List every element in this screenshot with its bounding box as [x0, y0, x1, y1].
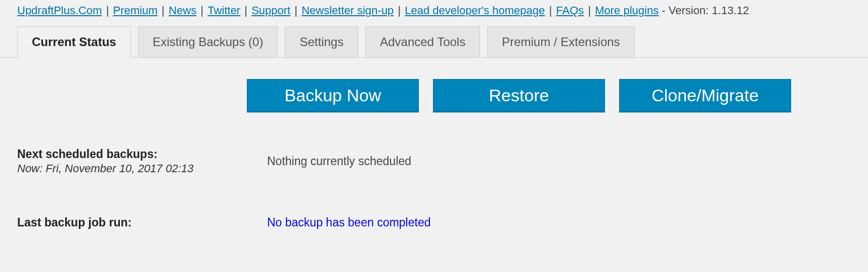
- last-job-label: Last backup job run:: [17, 216, 247, 229]
- backup-now-button[interactable]: Backup Now: [247, 79, 419, 112]
- tab-current-status[interactable]: Current Status: [17, 26, 131, 58]
- link-news[interactable]: News: [168, 4, 196, 17]
- next-scheduled-section: Next scheduled backups: Now: Fri, Novemb…: [0, 112, 868, 175]
- now-timestamp: Now: Fri, November 10, 2017 02:13: [17, 162, 247, 175]
- link-more-plugins[interactable]: More plugins: [595, 4, 659, 17]
- separator: |: [243, 4, 251, 17]
- separator: |: [587, 4, 595, 17]
- last-job-value: No backup has been completed: [267, 216, 431, 229]
- next-scheduled-label: Next scheduled backups:: [17, 147, 247, 161]
- tabs-container: Current Status Existing Backups (0) Sett…: [0, 26, 868, 58]
- action-buttons: Backup Now Restore Clone/Migrate: [0, 58, 868, 112]
- separator: |: [397, 4, 405, 17]
- separator: |: [105, 4, 113, 17]
- separator: |: [161, 4, 169, 17]
- link-updraftplus[interactable]: UpdraftPlus.Com: [17, 4, 102, 17]
- version-text: - Version: 1.13.12: [662, 4, 749, 17]
- link-faqs[interactable]: FAQs: [556, 4, 584, 17]
- link-twitter[interactable]: Twitter: [207, 4, 240, 17]
- tab-premium-extensions[interactable]: Premium / Extensions: [487, 26, 634, 57]
- tab-existing-backups[interactable]: Existing Backups (0): [138, 26, 278, 57]
- separator: |: [200, 4, 208, 17]
- link-premium[interactable]: Premium: [113, 4, 157, 17]
- header-links: UpdraftPlus.Com | Premium | News | Twitt…: [0, 4, 868, 26]
- separator: |: [548, 4, 556, 17]
- link-developer-homepage[interactable]: Lead developer's homepage: [405, 4, 545, 17]
- next-scheduled-left: Next scheduled backups: Now: Fri, Novemb…: [17, 147, 247, 175]
- last-job-left: Last backup job run:: [17, 216, 247, 229]
- next-scheduled-value: Nothing currently scheduled: [267, 147, 411, 175]
- link-newsletter[interactable]: Newsletter sign-up: [301, 4, 394, 17]
- separator: |: [293, 4, 301, 17]
- restore-button[interactable]: Restore: [433, 79, 605, 112]
- last-job-section: Last backup job run: No backup has been …: [0, 175, 868, 229]
- tab-advanced-tools[interactable]: Advanced Tools: [365, 26, 480, 57]
- clone-migrate-button[interactable]: Clone/Migrate: [619, 79, 791, 112]
- link-support[interactable]: Support: [251, 4, 290, 17]
- tab-settings[interactable]: Settings: [285, 26, 358, 57]
